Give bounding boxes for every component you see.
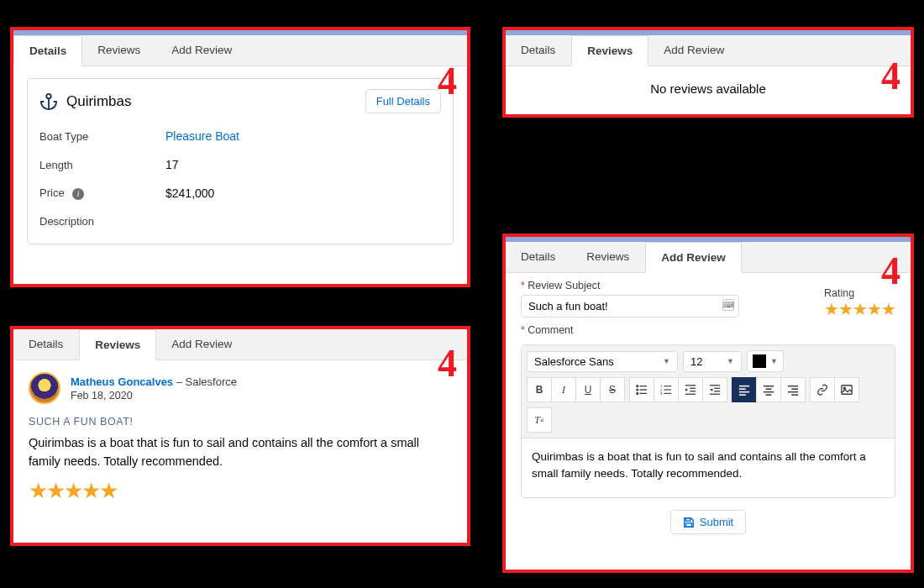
indent-button[interactable] — [702, 377, 727, 402]
tabset: Details Reviews Add Review — [506, 242, 911, 273]
info-icon[interactable]: i — [72, 188, 84, 200]
label-price: Price i — [39, 186, 165, 200]
star-icon[interactable]: ★ — [881, 301, 896, 318]
star-icon: ★ — [99, 480, 118, 501]
review-item: Matheus Goncalves – Salesforce Feb 18, 2… — [13, 360, 467, 513]
keyboard-icon: ⌨ — [722, 299, 734, 311]
panel-details: Details Reviews Add Review Quirimbas Ful… — [10, 27, 470, 287]
review-author-company: Salesforce — [186, 375, 237, 388]
tabset: Details Reviews Add Review — [13, 329, 467, 360]
label-boat-type: Boat Type — [39, 130, 165, 143]
clear-formatting-button[interactable]: T× — [527, 407, 552, 433]
chevron-down-icon: ▼ — [770, 357, 778, 365]
callout-number: 4 — [438, 62, 457, 101]
tab-reviews[interactable]: Reviews — [79, 329, 156, 360]
panel-reviews: Details Reviews Add Review Matheus Gonca… — [10, 326, 470, 546]
label-length: Length — [39, 159, 165, 171]
label-review-subject: Review Subject — [521, 280, 739, 291]
review-subject-input[interactable] — [521, 295, 739, 318]
tabset: Details Reviews Add Review — [13, 35, 467, 66]
review-date: Feb 18, 2020 — [71, 390, 237, 402]
align-center-button[interactable] — [756, 377, 781, 402]
star-icon[interactable]: ★ — [853, 301, 868, 318]
review-author-sep: – — [173, 375, 185, 388]
svg-text:3: 3 — [660, 391, 663, 396]
rating-input[interactable]: ★★★★★ — [824, 301, 895, 318]
tab-reviews[interactable]: Reviews — [571, 242, 645, 272]
svg-point-37 — [843, 387, 845, 389]
tab-add-review[interactable]: Add Review — [156, 35, 248, 66]
label-description: Description — [39, 215, 165, 228]
color-swatch — [753, 354, 766, 368]
font-size-select[interactable]: 12▼ — [683, 351, 742, 372]
boat-name: Quirimbas — [66, 93, 131, 110]
star-icon: ★ — [64, 480, 83, 501]
align-right-button[interactable] — [780, 377, 806, 402]
svg-point-6 — [637, 393, 638, 395]
outdent-button[interactable] — [678, 377, 703, 402]
tab-add-review[interactable]: Add Review — [645, 242, 742, 273]
panel-no-reviews: Details Reviews Add Review No reviews av… — [502, 27, 914, 118]
color-select[interactable]: ▼ — [747, 350, 784, 372]
value-price: $241,000 — [165, 186, 214, 200]
svg-rect-38 — [685, 517, 690, 521]
rich-text-editor: Salesforce Sans▼ 12▼ ▼ B I U S — [521, 344, 895, 498]
comment-input[interactable]: Quirimbas is a boat that is fun to sail … — [522, 438, 895, 497]
align-left-button[interactable] — [732, 377, 757, 402]
bold-button[interactable]: B — [527, 377, 552, 402]
chevron-down-icon: ▼ — [727, 357, 734, 365]
submit-button[interactable]: Submit — [670, 510, 746, 534]
callout-number: 4 — [881, 57, 900, 96]
tab-details[interactable]: Details — [13, 35, 82, 66]
bullet-list-button[interactable] — [629, 377, 654, 402]
save-icon — [683, 517, 695, 528]
star-icon: ★ — [46, 480, 66, 501]
value-boat-type[interactable]: Pleasure Boat — [165, 129, 239, 143]
rte-toolbar: Salesforce Sans▼ 12▼ ▼ B I U S — [522, 345, 895, 438]
callout-number: 4 — [438, 344, 457, 383]
strikethrough-button[interactable]: S — [600, 377, 625, 402]
link-button[interactable] — [810, 377, 835, 402]
tab-reviews[interactable]: Reviews — [571, 35, 648, 66]
avatar — [29, 372, 60, 404]
underline-button[interactable]: U — [575, 377, 601, 402]
tab-reviews[interactable]: Reviews — [82, 35, 156, 66]
details-card: Quirimbas Full Details Boat Type Pleasur… — [27, 78, 454, 244]
review-author-name[interactable]: Matheus Goncalves — [71, 375, 173, 388]
review-subject: SUCH A FUN BOAT! — [29, 416, 452, 428]
no-reviews-message: No reviews available — [506, 66, 911, 114]
label-comment: Comment — [521, 324, 895, 336]
tab-add-review[interactable]: Add Review — [648, 35, 740, 66]
value-length: 17 — [165, 158, 179, 171]
numbered-list-button[interactable]: 123 — [654, 377, 679, 402]
review-rating: ★★★★★ — [29, 480, 452, 501]
svg-point-4 — [637, 389, 638, 391]
callout-number: 4 — [881, 252, 900, 291]
star-icon: ★ — [29, 480, 48, 501]
font-family-select[interactable]: Salesforce Sans▼ — [527, 351, 678, 372]
svg-marker-15 — [685, 388, 689, 391]
svg-point-2 — [637, 386, 638, 387]
tab-details[interactable]: Details — [506, 242, 571, 272]
svg-rect-39 — [685, 522, 691, 526]
star-icon[interactable]: ★ — [867, 301, 882, 318]
svg-marker-20 — [710, 388, 713, 391]
review-text: Quirimbas is a boat that is fun to sail … — [29, 434, 452, 471]
star-icon[interactable]: ★ — [838, 301, 853, 318]
chevron-down-icon: ▼ — [663, 357, 670, 365]
tab-add-review[interactable]: Add Review — [156, 329, 248, 360]
tab-details[interactable]: Details — [13, 329, 79, 360]
anchor-icon — [39, 92, 58, 111]
tabset: Details Reviews Add Review — [506, 35, 911, 66]
panel-add-review: Details Reviews Add Review Review Subjec… — [502, 234, 914, 573]
full-details-button[interactable]: Full Details — [365, 89, 441, 113]
star-icon: ★ — [81, 480, 101, 501]
tab-details[interactable]: Details — [506, 35, 571, 66]
image-button[interactable] — [834, 377, 859, 402]
star-icon[interactable]: ★ — [824, 301, 839, 318]
italic-button[interactable]: I — [551, 377, 576, 402]
